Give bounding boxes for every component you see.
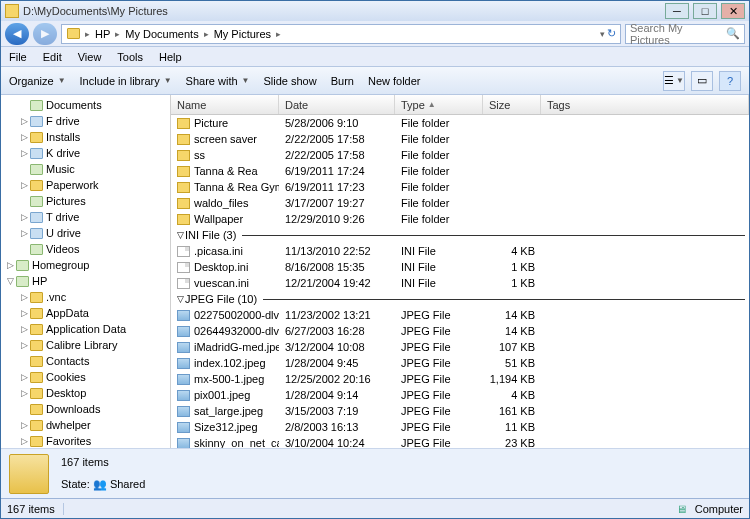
chevron-right-icon[interactable]: ▸ <box>204 29 209 39</box>
group-header[interactable]: ▽JPEG File (10) <box>171 291 749 307</box>
expand-toggle-icon[interactable]: ▷ <box>19 228 29 238</box>
include-library-button[interactable]: Include in library▼ <box>80 75 172 87</box>
refresh-icon[interactable]: ↻ <box>607 27 616 40</box>
file-row[interactable]: mx-500-1.jpeg12/25/2002 20:16JPEG File1,… <box>171 371 749 387</box>
header-tags[interactable]: Tags <box>541 95 749 114</box>
tree-item[interactable]: ▷Calibre Library <box>1 337 170 353</box>
tree-item[interactable]: ▷T drive <box>1 209 170 225</box>
breadcrumb-seg[interactable]: HP <box>92 28 113 40</box>
collapse-icon[interactable]: ▽ <box>175 230 185 240</box>
tree-item[interactable]: Contacts <box>1 353 170 369</box>
file-row[interactable]: 02275002000-dlv.jpeg11/23/2002 13:21JPEG… <box>171 307 749 323</box>
file-row[interactable]: 02644932000-dlv.jpeg6/27/2003 16:28JPEG … <box>171 323 749 339</box>
forward-button[interactable]: ▶ <box>33 23 57 45</box>
expand-toggle-icon[interactable]: ▷ <box>19 308 29 318</box>
menu-tools[interactable]: Tools <box>115 49 145 65</box>
tree-item[interactable]: ▷.vnc <box>1 289 170 305</box>
expand-toggle-icon[interactable]: ▷ <box>19 292 29 302</box>
maximize-button[interactable]: □ <box>693 3 717 19</box>
file-row[interactable]: Tanna & Rea Gymnas...6/19/2011 17:23File… <box>171 179 749 195</box>
tree-item[interactable]: ▷Desktop <box>1 385 170 401</box>
chevron-right-icon[interactable]: ▸ <box>115 29 120 39</box>
tree-item[interactable]: ▽HP <box>1 273 170 289</box>
burn-button[interactable]: Burn <box>331 75 354 87</box>
group-header[interactable]: ▽INI File (3) <box>171 227 749 243</box>
breadcrumb[interactable]: ▸ HP ▸ My Documents ▸ My Pictures ▸ ▾ ↻ <box>61 24 621 44</box>
tree-item[interactable]: ▷Homegroup <box>1 257 170 273</box>
expand-toggle-icon[interactable]: ▷ <box>19 116 29 126</box>
tree-item[interactable]: ▷AppData <box>1 305 170 321</box>
expand-toggle-icon[interactable]: ▷ <box>19 436 29 446</box>
expand-toggle-icon[interactable]: ▷ <box>19 340 29 350</box>
expand-toggle-icon[interactable]: ▷ <box>19 132 29 142</box>
tree-item[interactable]: ▷Installs <box>1 129 170 145</box>
breadcrumb-seg[interactable]: My Documents <box>122 28 201 40</box>
file-row[interactable]: ss2/22/2005 17:58File folder <box>171 147 749 163</box>
slideshow-button[interactable]: Slide show <box>263 75 316 87</box>
menu-file[interactable]: File <box>7 49 29 65</box>
tree-item[interactable]: ▷K drive <box>1 145 170 161</box>
file-row[interactable]: waldo_files3/17/2007 19:27File folder <box>171 195 749 211</box>
close-button[interactable]: ✕ <box>721 3 745 19</box>
tree-item[interactable]: ▷Favorites <box>1 433 170 448</box>
collapse-icon[interactable]: ▽ <box>175 294 185 304</box>
organize-button[interactable]: Organize▼ <box>9 75 66 87</box>
file-row[interactable]: Tanna & Rea6/19/2011 17:24File folder <box>171 163 749 179</box>
expand-toggle-icon[interactable]: ▷ <box>19 420 29 430</box>
share-with-button[interactable]: Share with▼ <box>186 75 250 87</box>
file-row[interactable]: screen saver2/22/2005 17:58File folder <box>171 131 749 147</box>
expand-toggle-icon[interactable]: ▷ <box>5 260 15 270</box>
new-folder-button[interactable]: New folder <box>368 75 421 87</box>
header-size[interactable]: Size <box>483 95 541 114</box>
tree-item[interactable]: ▷F drive <box>1 113 170 129</box>
file-row[interactable]: vuescan.ini12/21/2004 19:42INI File1 KB <box>171 275 749 291</box>
file-row[interactable]: index.102.jpeg1/28/2004 9:45JPEG File51 … <box>171 355 749 371</box>
tree-item[interactable]: ▷Cookies <box>1 369 170 385</box>
preview-pane-button[interactable]: ▭ <box>691 71 713 91</box>
file-row[interactable]: Desktop.ini8/16/2008 15:35INI File1 KB <box>171 259 749 275</box>
file-row[interactable]: iMadridG-med.jpeg3/12/2004 10:08JPEG Fil… <box>171 339 749 355</box>
file-list[interactable]: Picture5/28/2006 9:10File folderscreen s… <box>171 115 749 448</box>
chevron-right-icon[interactable]: ▸ <box>276 29 281 39</box>
header-date[interactable]: Date <box>279 95 395 114</box>
tree-item[interactable]: ▷U drive <box>1 225 170 241</box>
expand-toggle-icon[interactable]: ▷ <box>19 148 29 158</box>
tree-item[interactable]: ▷Application Data <box>1 321 170 337</box>
back-button[interactable]: ◀ <box>5 23 29 45</box>
chevron-right-icon[interactable]: ▸ <box>85 29 90 39</box>
file-row[interactable]: .picasa.ini11/13/2010 22:52INI File4 KB <box>171 243 749 259</box>
tree-item[interactable]: ▷Paperwork <box>1 177 170 193</box>
file-row[interactable]: skinny_on_net_carbs...3/10/2004 10:24JPE… <box>171 435 749 448</box>
expand-toggle-icon[interactable]: ▷ <box>19 212 29 222</box>
file-row[interactable]: sat_large.jpeg3/15/2003 7:19JPEG File161… <box>171 403 749 419</box>
header-type[interactable]: Type▲ <box>395 95 483 114</box>
file-name: pix001.jpeg <box>194 389 250 401</box>
file-row[interactable]: Wallpaper12/29/2010 9:26File folder <box>171 211 749 227</box>
tree-item[interactable]: Music <box>1 161 170 177</box>
chevron-down-icon[interactable]: ▾ <box>600 29 605 39</box>
folder-tree[interactable]: Documents▷F drive▷Installs▷K driveMusic▷… <box>1 95 171 448</box>
breadcrumb-seg[interactable]: My Pictures <box>211 28 274 40</box>
search-input[interactable]: Search My Pictures 🔍 <box>625 24 745 44</box>
file-row[interactable]: Picture5/28/2006 9:10File folder <box>171 115 749 131</box>
help-button[interactable]: ? <box>719 71 741 91</box>
tree-item[interactable]: Videos <box>1 241 170 257</box>
minimize-button[interactable]: ─ <box>665 3 689 19</box>
expand-toggle-icon[interactable]: ▷ <box>19 388 29 398</box>
expand-toggle-icon[interactable]: ▷ <box>19 324 29 334</box>
tree-item[interactable]: Downloads <box>1 401 170 417</box>
folder-icon <box>177 150 190 161</box>
expand-toggle-icon[interactable]: ▷ <box>19 180 29 190</box>
tree-item[interactable]: Pictures <box>1 193 170 209</box>
tree-item[interactable]: ▷dwhelper <box>1 417 170 433</box>
expand-toggle-icon[interactable]: ▽ <box>5 276 15 286</box>
menu-help[interactable]: Help <box>157 49 184 65</box>
header-name[interactable]: Name <box>171 95 279 114</box>
menu-edit[interactable]: Edit <box>41 49 64 65</box>
expand-toggle-icon[interactable]: ▷ <box>19 372 29 382</box>
file-row[interactable]: pix001.jpeg1/28/2004 9:14JPEG File4 KB <box>171 387 749 403</box>
tree-item[interactable]: Documents <box>1 97 170 113</box>
file-row[interactable]: Size312.jpeg2/8/2003 16:13JPEG File11 KB <box>171 419 749 435</box>
view-mode-button[interactable]: ☰▼ <box>663 71 685 91</box>
menu-view[interactable]: View <box>76 49 104 65</box>
